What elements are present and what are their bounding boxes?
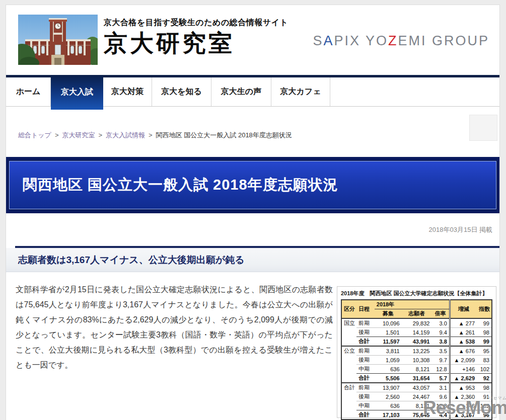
brand-letter: EMI GROUP [398, 33, 489, 48]
table-cell: 前期 [356, 346, 375, 356]
nav-tab-home[interactable]: ホーム [6, 77, 51, 106]
table-cell: 98 [477, 383, 492, 392]
table-cell: 1,059 [375, 356, 402, 365]
table-cell: +146 [450, 365, 477, 374]
col-header-category: 区分 [341, 300, 356, 318]
nav-tab-cafe[interactable]: 京大カフェ [271, 77, 330, 106]
article-body-paragraph: 文部科学省が2月15日に発表した国公立大確定志願状況によると、関西地区の志願者数… [16, 282, 333, 373]
col-header-index: 指数 [477, 300, 492, 318]
category-cell: 公立 [341, 346, 356, 383]
table-row: 後期1,50114,1599.4▲ 26198 [341, 328, 492, 337]
table-row: 中期6368,12112.8+146102 [341, 365, 492, 374]
admission-table-body: 国立前期10,09629,8323.0▲ 27799後期1,50114,1599… [341, 318, 492, 419]
table-cell: ▲ 676 [450, 346, 477, 356]
admission-table: 区分 日程 2018年 増減 指数 募集 志願者 倍率 国立前期10,09629… [341, 299, 492, 420]
table-row: 中期6368,12112.8+146102 [341, 401, 492, 410]
content-area: 京大合格を目指す受験生のための総合情報サイト 京大研究室 SAPIX YOZEM… [6, 5, 500, 420]
publish-date: 2018年03月15日 掲載 [429, 225, 492, 234]
table-cell: 中期 [356, 365, 375, 374]
table-cell: 24,467 [402, 392, 432, 401]
table-cell: 636 [375, 365, 402, 374]
col-header-applicants: 志願者 [402, 309, 432, 319]
table-cell: 83 [477, 356, 492, 365]
table-cell: 43,057 [402, 383, 432, 392]
table-cell: 5,506 [375, 374, 402, 383]
table-cell: 1,501 [375, 328, 402, 337]
table-cell: 96 [477, 410, 492, 420]
side-widget [469, 115, 497, 141]
table-cell: 636 [375, 401, 402, 410]
nav-tab-koe[interactable]: 京大生の声 [211, 77, 271, 106]
article-subheading: 志願者数は3,167人マイナス、公立大後期出願が鈍る [6, 248, 499, 272]
table-cell: ▲ 261 [450, 328, 477, 337]
table-cell: 5.7 [431, 374, 450, 383]
table-cell: 14,159 [402, 328, 432, 337]
article-title: 関西地区 国公立大一般入試 2018年度志願状況 [10, 175, 338, 195]
breadcrumb-separator: > [99, 131, 103, 139]
article-title-banner: 関西地区 国公立大一般入試 2018年度志願状況 [6, 157, 499, 213]
nav-tab-shiru[interactable]: 京大を知る [152, 77, 211, 106]
table-cell: 8,121 [402, 401, 432, 410]
site-title[interactable]: 京大研究室 [104, 29, 288, 57]
brand-letter: A [323, 33, 334, 48]
table-row: 合計11,59743,9913.8▲ 53899 [341, 337, 492, 347]
nav-tab-taisaku[interactable]: 京大対策 [103, 77, 152, 106]
breadcrumb-separator: > [55, 131, 59, 139]
table-cell: 3.0 [431, 318, 450, 328]
col-header-schedule: 日程 [356, 300, 375, 318]
breadcrumb-current: 関西地区 国公立大一般入試 2018年度志願状況 [156, 131, 292, 139]
site-logo-photo[interactable] [18, 15, 98, 65]
site-tagline: 京大合格を目指す受験生のための総合情報サイト [104, 18, 288, 28]
article-title-banner-inner: 関西地区 国公立大一般入試 2018年度志願状況 [9, 161, 496, 209]
table-row: 合計17,10375,6454.4▲ 3,16796 [341, 410, 492, 420]
table-cell: 43,991 [402, 337, 432, 347]
table-cell: ▲ 3,167 [450, 410, 477, 420]
table-cell: 99 [477, 337, 492, 347]
table-cell: 3.5 [431, 346, 450, 356]
table-row: 公立前期3,81113,2253.5▲ 67695 [341, 346, 492, 356]
col-header-ratio: 倍率 [431, 309, 450, 319]
table-row: 合計前期13,90743,0573.1▲ 95398 [341, 383, 492, 392]
table-cell: 10,096 [375, 318, 402, 328]
table-cell: 12.8 [431, 401, 450, 410]
table-row: 後期1,05910,3089.7▲ 2,09983 [341, 356, 492, 365]
breadcrumb-link-kenkyushitsu[interactable]: 京大研究室 [62, 131, 95, 139]
figure-title: 2018年度 関西地区 国公立大学確定志願状況【全体集計】 [341, 290, 492, 297]
table-row: 国立前期10,09629,8323.0▲ 27799 [341, 318, 492, 328]
table-cell: 3.1 [431, 383, 450, 392]
admission-status-figure[interactable]: 2018年度 関西地区 国公立大学確定志願状況【全体集計】 区分 日程 2018… [337, 286, 496, 418]
col-header-year: 2018年 [375, 300, 450, 309]
table-cell: 合計 [356, 410, 375, 420]
breadcrumb-link-top[interactable]: 総合トップ [18, 131, 51, 139]
table-cell: 後期 [356, 392, 375, 401]
table-cell: 29,832 [402, 318, 432, 328]
table-cell: 4.4 [431, 410, 450, 420]
breadcrumb-link-nyushi-joho[interactable]: 京大入試情報 [106, 131, 145, 139]
table-cell: 11,597 [375, 337, 402, 347]
table-cell: 13,907 [375, 383, 402, 392]
table-cell: ▲ 538 [450, 337, 477, 347]
table-cell: ▲ 277 [450, 318, 477, 328]
table-cell: 13,225 [402, 346, 432, 356]
table-cell: 3.8 [431, 337, 450, 347]
table-cell: 75,645 [402, 410, 432, 420]
table-cell: 91 [477, 392, 492, 401]
sapix-yozemi-group-logo: SAPIX YOZEMI GROUP [313, 33, 489, 49]
table-cell: 102 [477, 365, 492, 374]
table-cell: 9.6 [431, 392, 450, 401]
table-cell: 前期 [356, 383, 375, 392]
table-cell: 31,654 [402, 374, 432, 383]
table-cell: ▲ 2,360 [450, 392, 477, 401]
table-cell: 12.8 [431, 365, 450, 374]
brand-letter: S [313, 33, 323, 48]
col-header-change: 増減 [450, 300, 477, 318]
col-header-capacity: 募集 [375, 309, 402, 319]
brand-letter: PIX YO [334, 33, 388, 48]
nav-tab-nyushi-active[interactable]: 京大入試 [51, 75, 103, 110]
table-cell: 後期 [356, 356, 375, 365]
table-cell: 98 [477, 328, 492, 337]
breadcrumb-separator: > [149, 131, 153, 139]
category-cell: 合計 [341, 383, 356, 419]
table-cell: 17,103 [375, 410, 402, 420]
table-cell: 95 [477, 346, 492, 356]
